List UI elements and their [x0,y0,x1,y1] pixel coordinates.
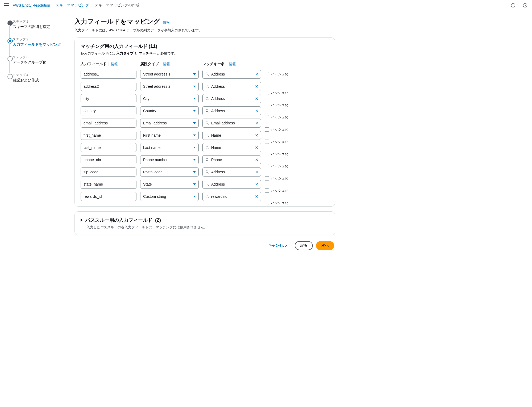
info-icon[interactable] [510,3,516,8]
attribute-type-select[interactable]: First name [140,131,199,140]
hash-checkbox[interactable] [265,72,269,76]
match-key-combo[interactable]: Address [202,180,261,189]
svg-point-40 [206,183,208,185]
wizard-step-1[interactable]: ステップ 1スキーマの詳細を指定 [5,19,64,37]
field-row: rewards_idCustom stringrewardsidハッシュ化 [81,192,329,201]
col-info-link[interactable]: 情報 [229,62,236,66]
divider: | [160,62,161,66]
svg-line-13 [208,99,209,100]
hash-label: ハッシュ化 [271,200,288,205]
input-field-name[interactable]: first_name [81,131,136,140]
search-icon [205,109,209,113]
passthrough-expand-toggle[interactable]: パススルー用の入力フィールド (2) [81,217,329,223]
clear-icon[interactable] [255,97,259,100]
field-row: zip_codePostal codeAddressハッシュ化 [81,167,329,177]
chevron-right-icon: › [52,3,53,7]
input-field-name[interactable]: address1 [81,70,136,79]
svg-line-37 [208,173,209,174]
col-info-link[interactable]: 情報 [163,62,170,66]
clear-icon[interactable] [255,85,259,88]
match-key-combo[interactable]: Name [202,131,261,140]
combo-value: rewardsid [211,194,227,199]
clear-icon[interactable] [255,109,259,113]
page-title: 入力フィールドをマッピング [74,18,160,25]
attribute-type-select[interactable]: Country [140,106,199,115]
search-icon [205,133,209,137]
input-field-name[interactable]: rewards_id [81,192,136,201]
input-field-name[interactable]: country [81,106,136,115]
clear-icon[interactable] [255,195,259,198]
input-field-name[interactable]: phone_nbr [81,155,136,164]
field-row: address2Street address 2Addressハッシュ化 [81,82,329,91]
wizard-step-3[interactable]: ステップ 3データをグループ化 [5,55,64,73]
attribute-type-select[interactable]: Email address [140,119,199,128]
attribute-type-select[interactable]: State [140,180,199,189]
field-row: email_addressEmail addressEmail addressハ… [81,119,329,128]
divider: | [108,62,109,66]
svg-point-24 [206,134,208,136]
clear-icon[interactable] [255,170,259,174]
clear-icon[interactable] [255,121,259,125]
step-title: 確認および作成 [13,78,64,83]
attribute-type-select[interactable]: Street address 1 [140,70,199,79]
breadcrumb-level1[interactable]: スキーママッピング [56,3,89,8]
cancel-button[interactable]: キャンセル [263,241,292,250]
clear-icon[interactable] [255,146,259,149]
clock-icon[interactable] [522,3,528,8]
search-icon [205,146,209,149]
search-icon [205,121,209,125]
col-attribute-type: 属性タイプ | 情報 [140,62,199,66]
input-field-name[interactable]: address2 [81,82,136,91]
match-key-combo[interactable]: Address [202,70,261,79]
field-row: countryCountryAddressハッシュ化 [81,106,329,115]
search-icon [205,85,209,88]
svg-line-21 [208,124,209,125]
wizard-step-4[interactable]: ステップ 4確認および作成 [5,73,64,83]
field-row: phone_nbrPhone numberPhoneハッシュ化 [81,155,329,164]
match-key-combo[interactable]: Address [202,82,261,91]
attribute-type-select[interactable]: Last name [140,143,199,152]
match-key-combo[interactable]: rewardsid [202,192,261,201]
attribute-type-select[interactable]: Street address 2 [140,82,199,91]
col-info-link[interactable]: 情報 [111,62,118,66]
match-key-combo[interactable]: Name [202,143,261,152]
input-field-name[interactable]: email_address [81,119,136,128]
step-title: 入力フィールドをマッピング [13,42,64,47]
match-key-combo[interactable]: Address [202,106,261,115]
input-field-name[interactable]: last_name [81,143,136,152]
attribute-type-select[interactable]: Custom string [140,192,199,201]
step-label: ステップ 2 [13,37,64,42]
match-key-combo[interactable]: Email address [202,119,261,128]
menu-icon[interactable] [4,3,9,7]
combo-value: Address [211,84,225,89]
combo-value: Email address [211,121,235,125]
match-key-combo[interactable]: Address [202,94,261,103]
hash-checkbox[interactable] [265,201,269,205]
input-field-name[interactable]: zip_code [81,167,136,177]
back-button[interactable]: 戻る [295,241,313,250]
input-field-name[interactable]: city [81,94,136,103]
svg-point-4 [206,73,208,75]
attribute-type-select[interactable]: City [140,94,199,103]
next-button[interactable]: 次へ [316,241,334,250]
breadcrumb-root[interactable]: AWS Entity Resolution [13,3,50,7]
input-field-name[interactable]: state_name [81,180,136,189]
svg-line-33 [208,160,209,161]
attribute-type-select[interactable]: Postal code [140,167,199,177]
match-key-combo[interactable]: Phone [202,155,261,164]
page-title-info-link[interactable]: 情報 [163,20,170,24]
caret-down-icon [193,147,196,148]
clear-icon[interactable] [255,182,259,186]
match-key-combo[interactable]: Address [202,167,261,177]
combo-value: Address [211,109,225,113]
caret-down-icon [193,171,196,173]
attribute-type-select[interactable]: Phone number [140,155,199,164]
wizard-step-2[interactable]: ステップ 2入力フィールドをマッピング [5,37,64,55]
select-value: State [143,182,152,186]
clear-icon[interactable] [255,133,259,137]
clear-icon[interactable] [255,72,259,76]
caret-down-icon [193,86,196,87]
select-value: Custom string [143,194,166,199]
clear-icon[interactable] [255,158,259,162]
select-value: Last name [143,145,160,150]
